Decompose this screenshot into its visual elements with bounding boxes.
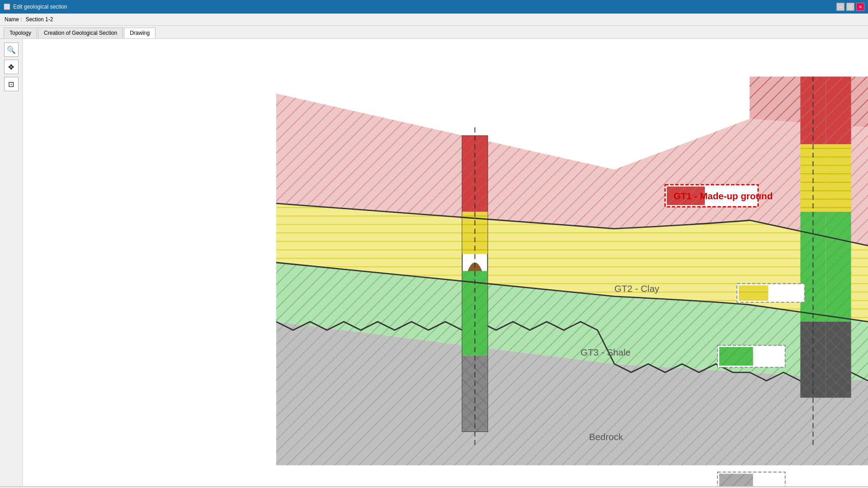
main-area: 🔍 ✥ ⊡ (0, 39, 868, 486)
name-value: Section 1-2 (26, 16, 53, 23)
tab-creation[interactable]: Creation of Geological Section (38, 28, 123, 38)
bottom-panel: Interfaces of Layers Water Structures De… (0, 486, 868, 488)
title-bar-text: Edit geological section (13, 4, 67, 10)
minimize-button[interactable]: ─ (836, 3, 844, 11)
svg-rect-53 (719, 347, 753, 366)
fit-tool[interactable]: ⊡ (4, 77, 19, 91)
maximize-button[interactable]: □ (846, 3, 854, 11)
svg-rect-42 (826, 322, 851, 398)
bedrock-label: Bedrock (589, 432, 623, 442)
tab-drawing[interactable]: Drawing (124, 28, 156, 38)
svg-rect-50 (739, 285, 768, 300)
gt1-label: GT1 - Made-up ground (674, 191, 773, 201)
canvas-area: GT1 - Made-up ground GT2 - Clay GT3 - Sh… (23, 39, 868, 486)
svg-rect-34 (826, 144, 851, 212)
svg-rect-30 (826, 77, 851, 145)
app-icon: ⬜ (4, 4, 10, 10)
toolbar: 🔍 ✥ ⊡ (0, 39, 23, 486)
gt3-label: GT3 - Shale (580, 347, 631, 357)
name-bar: Name : Section 1-2 (0, 14, 868, 26)
close-button[interactable]: ✕ (856, 3, 864, 11)
svg-rect-56 (719, 474, 753, 487)
pan-tool[interactable]: ✥ (4, 60, 19, 74)
zoom-tool[interactable]: 🔍 (4, 42, 19, 57)
tab-topology[interactable]: Topology (4, 28, 37, 38)
name-label: Name : (5, 16, 22, 23)
gt2-label: GT2 - Clay (614, 283, 660, 294)
geological-section-svg: GT1 - Made-up ground GT2 - Clay GT3 - Sh… (23, 39, 868, 486)
svg-rect-38 (826, 212, 851, 322)
main-tabs: Topology Creation of Geological Section … (0, 26, 868, 39)
title-bar: ⬜ Edit geological section ─ □ ✕ (0, 0, 868, 14)
